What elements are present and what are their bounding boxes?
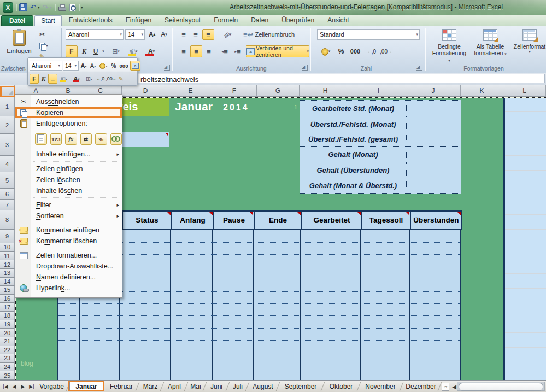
minibar-bold-button[interactable]: F [30,74,39,84]
sheet-tab-juli[interactable]: Juli [229,382,246,391]
conditional-formatting-button[interactable]: Bedingte Formatierung ▾ [431,28,468,63]
row-header-21[interactable]: 21 [0,337,15,346]
decrease-decimal-button[interactable]: ,00→ [379,45,392,57]
align-top-button[interactable]: ≡ [178,29,189,40]
minibar-decrease-decimal-button[interactable]: ,00→ [106,74,116,84]
summary-value-cell[interactable] [406,132,461,147]
sheet-tab-september[interactable]: September [279,382,322,391]
cut-button[interactable]: ✂ [36,30,48,39]
increase-decimal-button[interactable]: ←,0 [365,45,378,57]
minibar-grow-font-button[interactable]: A▴ [79,61,88,71]
minibar-increase-decimal-button[interactable]: ←,0 [96,74,105,84]
ribbon-tab-datei[interactable]: Datei [1,15,33,26]
menu-item-kopieren[interactable]: Kopieren [15,107,122,118]
minibar-format-painter-button[interactable]: ✎ [116,74,125,84]
row-header-15[interactable]: 15 [0,286,15,295]
sheet-tab-oktober[interactable]: Oktober [324,382,358,391]
minibar-percent-button[interactable]: % [110,61,118,71]
undo-icon[interactable]: ↶ [30,4,36,11]
column-header-D[interactable]: D [122,85,169,97]
font-dialog-launcher-icon[interactable]: ◢ [164,65,170,71]
row-header-3[interactable]: 3 [0,134,15,156]
merge-center-button[interactable]: aVerbinden und zentrieren▾ [246,45,309,57]
percent-style-button[interactable]: % [336,45,347,57]
row-header-10[interactable]: 10 [0,243,15,252]
row-header-7[interactable]: 7 [0,200,15,210]
summary-value-cell[interactable] [406,178,461,194]
insert-worksheet-button[interactable]: ▱ [442,383,449,391]
font-color-button[interactable]: A▾ [143,45,160,57]
print-preview-icon[interactable] [69,4,76,11]
ribbon-tab-seitenlayout[interactable]: Seitenlayout [158,15,207,26]
row-header-18[interactable]: 18 [0,312,15,320]
row-header-9[interactable]: 9 [0,230,15,243]
ribbon-tab-entwicklertools[interactable]: Entwicklertools [63,15,119,26]
row-header-1[interactable]: 1 [0,97,15,116]
paste-option-verknuepfen[interactable] [110,133,122,145]
paste-option-formeln[interactable]: fx [65,133,77,145]
menu-item-zellen-loeschen[interactable]: Zellen löschen [15,174,122,185]
save-icon[interactable] [19,3,27,11]
row-header-16[interactable]: 16 [0,295,15,303]
shrink-font-button[interactable]: A▾ [158,29,169,40]
font-name-combo[interactable]: Aharoni▾ [66,29,124,40]
wrap-text-button[interactable]: ≡↩Zeilenumbruch [243,28,308,40]
number-format-combo[interactable]: Standard▾ [317,29,420,40]
underline-dropdown-icon[interactable]: ▾ [101,45,106,57]
ribbon-tab-start[interactable]: Start [34,15,61,26]
ribbon-tab-daten[interactable]: Daten [245,15,274,26]
paste-option-einfuegen[interactable] [35,133,47,145]
summary-value-cell[interactable] [406,100,461,116]
undo-dropdown-icon[interactable]: ▾ [38,5,40,10]
orientation-button[interactable]: ab▾ [219,29,236,40]
minibar-font-size-combo[interactable]: 14▾ [63,61,79,71]
summary-value-cell[interactable] [406,116,461,132]
menu-item-zellen-einfuegen[interactable]: Zellen einfügen [15,163,122,174]
row-header-13[interactable]: 13 [0,269,15,278]
row-header-17[interactable]: 17 [0,303,15,312]
row-header-23[interactable]: 23 [0,354,15,363]
sheet-tab-august[interactable]: August [249,382,277,391]
row-header-14[interactable]: 14 [0,278,15,286]
accounting-format-button[interactable]: ▾ [317,45,334,57]
row-header-25[interactable]: 25 [0,371,15,380]
cell-styles-button[interactable]: Zellenformat ▾ [513,28,546,54]
summary-value-cell[interactable] [406,146,461,162]
paste-option-werte[interactable]: 123 [50,133,62,145]
minibar-fill-color-button[interactable]: ◧▾ [58,74,70,84]
ribbon-tab-einfügen[interactable]: Einfügen [120,15,157,26]
menu-item-zellen-formatieren[interactable]: Zellen formatieren... [15,250,122,261]
sheet-tab-dezember[interactable]: Dezember [403,382,439,391]
column-header-F[interactable]: F [212,85,257,97]
previous-sheet-icon[interactable]: ◀ [10,383,18,390]
row-header-22[interactable]: 22 [0,346,15,355]
summary-value-cell[interactable] [406,162,461,178]
format-as-table-button[interactable]: Als Tabelle formatieren ▾ [471,28,509,56]
ribbon-tab-ansicht[interactable]: Ansicht [321,15,355,26]
sheet-tab-november[interactable]: November [360,382,401,391]
minibar-borders-button[interactable]: ⊞▾ [83,74,95,84]
menu-item-ausschneiden[interactable]: ✂Ausschneiden [15,96,122,107]
minibar-accounting-button[interactable]: ▾ [98,61,109,71]
redo-icon[interactable]: ↷ [42,4,48,11]
row-header-19[interactable]: 19 [0,320,15,329]
bold-button[interactable]: F [66,45,78,57]
menu-item-hyperlink[interactable]: Hyperlink... [15,283,122,294]
minibar-font-name-combo[interactable]: Aharoni▾ [30,61,62,71]
menu-item-kommentar-loeschen[interactable]: ✕Kommentar löschen [15,236,122,247]
menu-item-inhalte-einfuegen[interactable]: Inhalte einfügen...▸ [15,149,122,160]
alignment-dialog-launcher-icon[interactable]: ◢ [302,65,308,71]
menu-item-inhalte-loeschen[interactable]: Inhalte löschen [15,185,122,196]
row-header-8[interactable]: 8 [0,210,15,230]
row-header-24[interactable]: 24 [0,363,15,372]
minibar-merge-center-button[interactable]: a [130,61,140,71]
menu-item-dropdown-auswahlliste[interactable]: Dropdown-Auswahlliste... [15,261,122,272]
align-left-button[interactable]: ≡ [178,45,189,57]
decrease-indent-button[interactable]: ◂≡ [219,45,231,57]
first-sheet-icon[interactable]: |◀ [2,383,9,390]
menu-item-sortieren[interactable]: Sortieren▸ [15,210,122,221]
underline-button[interactable]: U [91,45,101,57]
align-middle-button[interactable]: ≡ [190,29,201,40]
sheet-tab-juni[interactable]: Juni [206,382,227,391]
sheet-tab-april[interactable]: April [163,382,185,391]
